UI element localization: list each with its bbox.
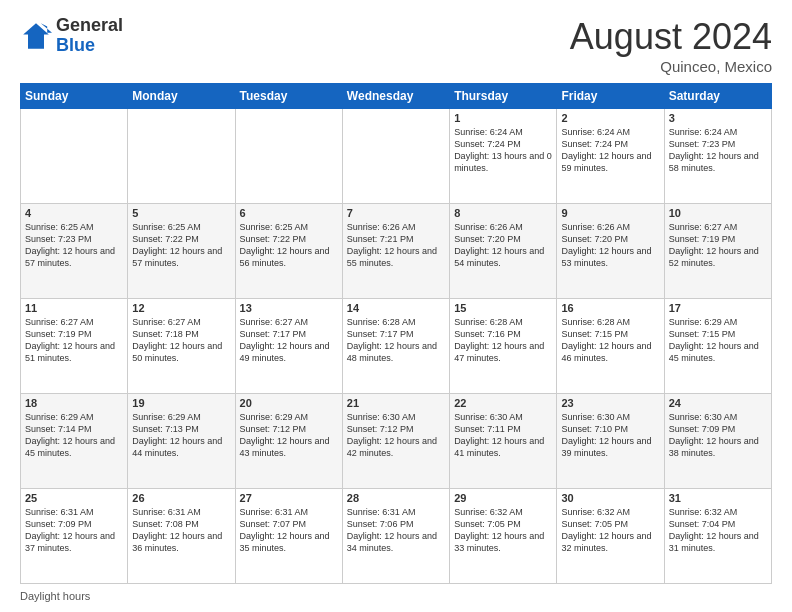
- calendar-cell: 15Sunrise: 6:28 AM Sunset: 7:16 PM Dayli…: [450, 299, 557, 394]
- logo-general-text: General: [56, 15, 123, 35]
- day-number: 1: [454, 112, 552, 124]
- calendar-cell: 21Sunrise: 6:30 AM Sunset: 7:12 PM Dayli…: [342, 394, 449, 489]
- calendar-cell: 1Sunrise: 6:24 AM Sunset: 7:24 PM Daylig…: [450, 109, 557, 204]
- day-info: Sunrise: 6:27 AM Sunset: 7:17 PM Dayligh…: [240, 316, 338, 365]
- day-info: Sunrise: 6:28 AM Sunset: 7:17 PM Dayligh…: [347, 316, 445, 365]
- day-number: 17: [669, 302, 767, 314]
- day-info: Sunrise: 6:27 AM Sunset: 7:19 PM Dayligh…: [25, 316, 123, 365]
- weekday-header-wednesday: Wednesday: [342, 84, 449, 109]
- logo-icon: [20, 20, 52, 52]
- logo: General Blue: [20, 16, 123, 56]
- calendar-cell: 18Sunrise: 6:29 AM Sunset: 7:14 PM Dayli…: [21, 394, 128, 489]
- day-number: 8: [454, 207, 552, 219]
- day-info: Sunrise: 6:27 AM Sunset: 7:19 PM Dayligh…: [669, 221, 767, 270]
- day-number: 3: [669, 112, 767, 124]
- day-info: Sunrise: 6:32 AM Sunset: 7:05 PM Dayligh…: [561, 506, 659, 555]
- day-number: 24: [669, 397, 767, 409]
- day-info: Sunrise: 6:30 AM Sunset: 7:12 PM Dayligh…: [347, 411, 445, 460]
- week-row-1: 1Sunrise: 6:24 AM Sunset: 7:24 PM Daylig…: [21, 109, 772, 204]
- day-info: Sunrise: 6:24 AM Sunset: 7:23 PM Dayligh…: [669, 126, 767, 175]
- calendar-cell: 23Sunrise: 6:30 AM Sunset: 7:10 PM Dayli…: [557, 394, 664, 489]
- day-info: Sunrise: 6:29 AM Sunset: 7:14 PM Dayligh…: [25, 411, 123, 460]
- day-info: Sunrise: 6:28 AM Sunset: 7:16 PM Dayligh…: [454, 316, 552, 365]
- calendar-cell: 6Sunrise: 6:25 AM Sunset: 7:22 PM Daylig…: [235, 204, 342, 299]
- calendar-cell: 28Sunrise: 6:31 AM Sunset: 7:06 PM Dayli…: [342, 489, 449, 584]
- day-info: Sunrise: 6:32 AM Sunset: 7:04 PM Dayligh…: [669, 506, 767, 555]
- page: General Blue August 2024 Quinceo, Mexico…: [0, 0, 792, 612]
- day-info: Sunrise: 6:27 AM Sunset: 7:18 PM Dayligh…: [132, 316, 230, 365]
- day-info: Sunrise: 6:30 AM Sunset: 7:11 PM Dayligh…: [454, 411, 552, 460]
- calendar-cell: 10Sunrise: 6:27 AM Sunset: 7:19 PM Dayli…: [664, 204, 771, 299]
- calendar-cell: 9Sunrise: 6:26 AM Sunset: 7:20 PM Daylig…: [557, 204, 664, 299]
- calendar-cell: 7Sunrise: 6:26 AM Sunset: 7:21 PM Daylig…: [342, 204, 449, 299]
- week-row-5: 25Sunrise: 6:31 AM Sunset: 7:09 PM Dayli…: [21, 489, 772, 584]
- day-number: 29: [454, 492, 552, 504]
- day-number: 22: [454, 397, 552, 409]
- header: General Blue August 2024 Quinceo, Mexico: [20, 16, 772, 75]
- footer: Daylight hours: [20, 590, 772, 602]
- day-number: 21: [347, 397, 445, 409]
- day-number: 10: [669, 207, 767, 219]
- logo-blue-text: Blue: [56, 35, 95, 55]
- day-info: Sunrise: 6:31 AM Sunset: 7:08 PM Dayligh…: [132, 506, 230, 555]
- day-info: Sunrise: 6:29 AM Sunset: 7:13 PM Dayligh…: [132, 411, 230, 460]
- day-number: 30: [561, 492, 659, 504]
- calendar-cell: 11Sunrise: 6:27 AM Sunset: 7:19 PM Dayli…: [21, 299, 128, 394]
- day-info: Sunrise: 6:29 AM Sunset: 7:15 PM Dayligh…: [669, 316, 767, 365]
- day-number: 31: [669, 492, 767, 504]
- day-number: 2: [561, 112, 659, 124]
- day-info: Sunrise: 6:30 AM Sunset: 7:09 PM Dayligh…: [669, 411, 767, 460]
- day-info: Sunrise: 6:30 AM Sunset: 7:10 PM Dayligh…: [561, 411, 659, 460]
- calendar-cell: 30Sunrise: 6:32 AM Sunset: 7:05 PM Dayli…: [557, 489, 664, 584]
- calendar-cell: 17Sunrise: 6:29 AM Sunset: 7:15 PM Dayli…: [664, 299, 771, 394]
- calendar-cell: 22Sunrise: 6:30 AM Sunset: 7:11 PM Dayli…: [450, 394, 557, 489]
- week-row-3: 11Sunrise: 6:27 AM Sunset: 7:19 PM Dayli…: [21, 299, 772, 394]
- day-number: 26: [132, 492, 230, 504]
- weekday-header-thursday: Thursday: [450, 84, 557, 109]
- calendar-cell: [235, 109, 342, 204]
- day-info: Sunrise: 6:25 AM Sunset: 7:22 PM Dayligh…: [240, 221, 338, 270]
- weekday-header-friday: Friday: [557, 84, 664, 109]
- day-number: 28: [347, 492, 445, 504]
- day-info: Sunrise: 6:26 AM Sunset: 7:20 PM Dayligh…: [454, 221, 552, 270]
- weekday-header-row: SundayMondayTuesdayWednesdayThursdayFrid…: [21, 84, 772, 109]
- day-number: 27: [240, 492, 338, 504]
- calendar-cell: 4Sunrise: 6:25 AM Sunset: 7:23 PM Daylig…: [21, 204, 128, 299]
- calendar-cell: 20Sunrise: 6:29 AM Sunset: 7:12 PM Dayli…: [235, 394, 342, 489]
- logo-text: General Blue: [56, 16, 123, 56]
- title-block: August 2024 Quinceo, Mexico: [570, 16, 772, 75]
- day-number: 9: [561, 207, 659, 219]
- day-info: Sunrise: 6:26 AM Sunset: 7:21 PM Dayligh…: [347, 221, 445, 270]
- day-info: Sunrise: 6:32 AM Sunset: 7:05 PM Dayligh…: [454, 506, 552, 555]
- day-info: Sunrise: 6:25 AM Sunset: 7:23 PM Dayligh…: [25, 221, 123, 270]
- calendar-cell: [128, 109, 235, 204]
- day-number: 14: [347, 302, 445, 314]
- week-row-2: 4Sunrise: 6:25 AM Sunset: 7:23 PM Daylig…: [21, 204, 772, 299]
- day-number: 5: [132, 207, 230, 219]
- day-number: 7: [347, 207, 445, 219]
- footer-label: Daylight hours: [20, 590, 90, 602]
- day-number: 25: [25, 492, 123, 504]
- calendar-cell: 31Sunrise: 6:32 AM Sunset: 7:04 PM Dayli…: [664, 489, 771, 584]
- location: Quinceo, Mexico: [570, 58, 772, 75]
- calendar-cell: 12Sunrise: 6:27 AM Sunset: 7:18 PM Dayli…: [128, 299, 235, 394]
- svg-marker-0: [23, 23, 49, 49]
- day-number: 11: [25, 302, 123, 314]
- calendar-cell: 27Sunrise: 6:31 AM Sunset: 7:07 PM Dayli…: [235, 489, 342, 584]
- day-number: 19: [132, 397, 230, 409]
- weekday-header-monday: Monday: [128, 84, 235, 109]
- day-number: 15: [454, 302, 552, 314]
- day-number: 16: [561, 302, 659, 314]
- calendar-cell: [21, 109, 128, 204]
- calendar-cell: [342, 109, 449, 204]
- weekday-header-tuesday: Tuesday: [235, 84, 342, 109]
- day-info: Sunrise: 6:24 AM Sunset: 7:24 PM Dayligh…: [454, 126, 552, 175]
- day-info: Sunrise: 6:28 AM Sunset: 7:15 PM Dayligh…: [561, 316, 659, 365]
- calendar-cell: 3Sunrise: 6:24 AM Sunset: 7:23 PM Daylig…: [664, 109, 771, 204]
- calendar-cell: 26Sunrise: 6:31 AM Sunset: 7:08 PM Dayli…: [128, 489, 235, 584]
- day-info: Sunrise: 6:31 AM Sunset: 7:07 PM Dayligh…: [240, 506, 338, 555]
- day-number: 13: [240, 302, 338, 314]
- day-info: Sunrise: 6:31 AM Sunset: 7:06 PM Dayligh…: [347, 506, 445, 555]
- calendar-cell: 8Sunrise: 6:26 AM Sunset: 7:20 PM Daylig…: [450, 204, 557, 299]
- week-row-4: 18Sunrise: 6:29 AM Sunset: 7:14 PM Dayli…: [21, 394, 772, 489]
